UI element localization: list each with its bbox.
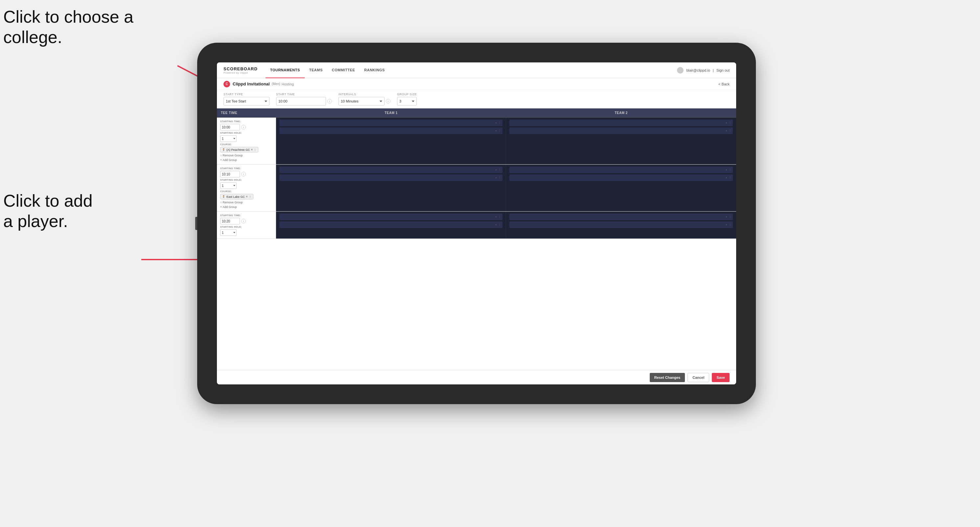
tablet-frame: SCOREBOARD Powered by clippd TOURNAMENTS… xyxy=(197,43,756,404)
team1-cell-3: × ⋮ × ⋮ xyxy=(276,211,506,238)
brand-subtitle: Powered by clippd xyxy=(223,71,258,74)
starting-hole-select-3[interactable]: 1 xyxy=(220,229,237,236)
th-tee-time: Tee Time xyxy=(217,108,276,117)
starting-time-input-3[interactable] xyxy=(220,218,240,224)
player-slot-3-2[interactable]: × ⋮ xyxy=(279,175,503,181)
start-type-select[interactable]: 1st Tee Start xyxy=(223,97,269,105)
slot-arrow-5-2[interactable]: ⋮ xyxy=(498,223,501,226)
starting-time-input-1[interactable] xyxy=(220,124,240,130)
player-slot-4-2[interactable]: × ⋮ xyxy=(509,175,733,181)
team1-cell-1: × ⋮ × ⋮ xyxy=(276,117,506,164)
slot-arrow-4-1[interactable]: ⋮ xyxy=(729,168,732,171)
nav-committee[interactable]: COMMITTEE xyxy=(327,62,360,78)
course-expand-2[interactable]: ⋮ xyxy=(249,195,251,198)
table-header: Tee Time Team 1 Team 2 xyxy=(217,108,736,117)
slot-x-5-2[interactable]: × xyxy=(495,223,497,226)
slot-arrow-2-2[interactable]: ⋮ xyxy=(729,129,732,132)
slot-x-1-1[interactable]: × xyxy=(495,121,497,124)
slot-x-4-2[interactable]: × xyxy=(725,176,727,179)
back-button[interactable]: < Back xyxy=(718,82,730,86)
group-row-3: STARTING TIME: i STARTING HOLE: 1 × xyxy=(217,211,736,239)
tournament-hosting: Hosting xyxy=(282,82,294,86)
starting-hole-field-3: 1 xyxy=(220,229,272,236)
slot-x-3-2[interactable]: × xyxy=(495,176,497,179)
sign-out-link[interactable]: Sign out xyxy=(716,68,730,72)
annotation-add-player: Click to add a player. xyxy=(3,190,93,232)
nav-tournaments[interactable]: TOURNAMENTS xyxy=(266,62,305,78)
tournament-name: Clippd Invitational xyxy=(233,81,270,86)
team2-cell-3: × ⋮ × ⋮ xyxy=(506,211,736,238)
player-slot-1-1[interactable]: × ⋮ xyxy=(279,120,503,126)
intervals-select[interactable]: 10 Minutes xyxy=(339,97,385,105)
group-row: STARTING TIME: i STARTING HOLE: 1 COURSE… xyxy=(217,117,736,165)
slot-x-2-1[interactable]: × xyxy=(725,121,727,124)
slot-x-2-2[interactable]: × xyxy=(725,129,727,132)
starting-time-info-3[interactable]: i xyxy=(241,219,246,224)
separator: | xyxy=(713,68,714,72)
team1-cell-2: × ⋮ × ⋮ xyxy=(276,165,506,211)
slot-x-6-1[interactable]: × xyxy=(725,215,727,219)
starting-time-field-1: i xyxy=(220,124,272,130)
nav-links: TOURNAMENTS TEAMS COMMITTEE RANKINGS xyxy=(266,62,677,78)
player-slot-2-1[interactable]: × ⋮ xyxy=(509,120,733,126)
slot-x-1-2[interactable]: × xyxy=(495,129,497,132)
starting-time-label-1: STARTING TIME: xyxy=(220,120,272,122)
nav-rankings[interactable]: RANKINGS xyxy=(360,62,390,78)
player-slot-2-2[interactable]: × ⋮ xyxy=(509,127,733,134)
start-time-group: Start Time i xyxy=(276,93,332,105)
th-team2: Team 2 xyxy=(506,108,736,117)
course-expand-1[interactable]: ⋮ xyxy=(254,148,256,151)
player-slot-5-2[interactable]: × ⋮ xyxy=(279,221,503,228)
add-group-link-1[interactable]: + Add Group xyxy=(220,158,272,162)
player-slot-6-1[interactable]: × ⋮ xyxy=(509,214,733,220)
starting-hole-select-2[interactable]: 1 xyxy=(220,183,237,189)
slot-x-6-2[interactable]: × xyxy=(725,223,727,226)
slot-arrow-1-1[interactable]: ⋮ xyxy=(498,121,501,124)
tournament-logo: C xyxy=(223,81,230,87)
slot-x-3-1[interactable]: × xyxy=(495,168,497,171)
reset-changes-button[interactable]: Reset Changes xyxy=(650,373,685,382)
slot-arrow-5-1[interactable]: ⋮ xyxy=(498,215,501,219)
starting-hole-select-1[interactable]: 1 xyxy=(220,135,237,142)
group-left-3: STARTING TIME: i STARTING HOLE: 1 xyxy=(217,211,276,238)
slot-arrow-6-1[interactable]: ⋮ xyxy=(729,215,732,219)
slot-x-4-1[interactable]: × xyxy=(725,168,727,171)
slot-arrow-2-1[interactable]: ⋮ xyxy=(729,121,732,124)
slot-x-5-1[interactable]: × xyxy=(495,215,497,219)
player-slot-4-1[interactable]: × ⋮ xyxy=(509,167,733,173)
slot-arrow-1-2[interactable]: ⋮ xyxy=(498,129,501,132)
player-slot-1-2[interactable]: × ⋮ xyxy=(279,127,503,134)
slot-arrow-6-2[interactable]: ⋮ xyxy=(729,223,732,226)
nav-teams[interactable]: TEAMS xyxy=(305,62,327,78)
course-field-2: 🏌 East Lake GC × ⋮ xyxy=(220,194,272,200)
course-tag-2[interactable]: 🏌 East Lake GC × ⋮ xyxy=(220,194,253,200)
starting-time-field-2: i xyxy=(220,171,272,178)
starting-hole-field-1: 1 xyxy=(220,135,272,142)
player-slot-5-1[interactable]: × ⋮ xyxy=(279,214,503,220)
player-slot-3-1[interactable]: × ⋮ xyxy=(279,167,503,173)
group-size-select[interactable]: 3 xyxy=(397,97,417,105)
tablet-side-button xyxy=(195,217,197,230)
top-nav: SCOREBOARD Powered by clippd TOURNAMENTS… xyxy=(217,62,736,78)
remove-group-link-2[interactable]: ○ Remove Group xyxy=(220,201,272,204)
starting-time-info-1[interactable]: i xyxy=(241,125,246,129)
starting-time-info-2[interactable]: i xyxy=(241,172,246,176)
start-time-label: Start Time xyxy=(276,93,332,96)
course-remove-2[interactable]: × xyxy=(246,195,248,198)
save-button[interactable]: Save xyxy=(712,373,730,382)
course-tag-1[interactable]: 🏌 (A) Peachtree GC × ⋮ xyxy=(220,147,258,152)
user-avatar xyxy=(677,67,684,74)
slot-arrow-4-2[interactable]: ⋮ xyxy=(729,176,732,179)
starting-time-input-2[interactable] xyxy=(220,171,240,178)
start-time-input[interactable] xyxy=(276,97,326,105)
cancel-button[interactable]: Cancel xyxy=(687,373,709,382)
intervals-label: Intervals xyxy=(339,93,390,96)
slot-arrow-3-2[interactable]: ⋮ xyxy=(498,176,501,179)
course-remove-1[interactable]: × xyxy=(251,148,253,151)
slot-arrow-3-1[interactable]: ⋮ xyxy=(498,168,501,171)
player-slot-6-2[interactable]: × ⋮ xyxy=(509,221,733,228)
remove-group-link-1[interactable]: ○ Remove Group xyxy=(220,154,272,157)
start-time-info-icon[interactable]: i xyxy=(327,99,332,103)
intervals-info-icon[interactable]: i xyxy=(386,99,390,103)
add-group-link-2[interactable]: + Add Group xyxy=(220,205,272,209)
